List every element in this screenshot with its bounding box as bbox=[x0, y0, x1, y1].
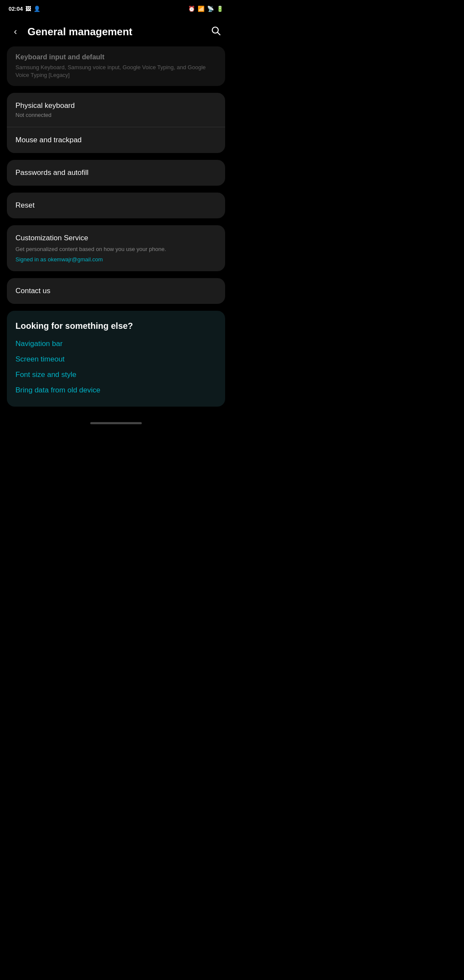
search-button[interactable] bbox=[208, 24, 223, 40]
back-icon: ‹ bbox=[14, 26, 17, 37]
signed-in-text: Signed in as okemwajr@gmail.com bbox=[15, 256, 217, 263]
passwords-autofill-title: Passwords and autofill bbox=[15, 168, 217, 177]
screen-timeout-link[interactable]: Screen timeout bbox=[15, 355, 217, 364]
contact-us-card[interactable]: Contact us bbox=[7, 278, 225, 304]
reset-title: Reset bbox=[15, 201, 217, 210]
physical-keyboard-item[interactable]: Physical keyboard Not connected bbox=[7, 93, 225, 127]
header: ‹ General management bbox=[0, 15, 232, 46]
home-indicator bbox=[0, 415, 232, 429]
physical-keyboard-subtitle: Not connected bbox=[15, 112, 217, 118]
passwords-autofill-card[interactable]: Passwords and autofill bbox=[7, 160, 225, 186]
status-right: ⏰ 📶 📡 🔋 bbox=[188, 6, 223, 12]
back-button[interactable]: ‹ bbox=[9, 25, 22, 39]
customization-service-card[interactable]: Customization Service Get personalized c… bbox=[7, 225, 225, 271]
page-title: General management bbox=[27, 26, 132, 38]
navigation-bar-link[interactable]: Navigation bar bbox=[15, 340, 217, 348]
status-bar: 02:04 🖼 👤 ⏰ 📶 📡 🔋 bbox=[0, 0, 232, 15]
signal-icon: 📡 bbox=[207, 6, 214, 12]
header-left: ‹ General management bbox=[9, 25, 132, 39]
person-icon: 👤 bbox=[34, 6, 40, 12]
customization-service-title: Customization Service bbox=[15, 234, 217, 242]
battery-icon: 🔋 bbox=[217, 6, 223, 12]
keyboard-default-card[interactable]: Keyboard input and default Samsung Keybo… bbox=[7, 46, 225, 86]
alarm-icon: ⏰ bbox=[188, 6, 195, 12]
home-bar bbox=[90, 422, 142, 424]
wifi-icon: 📶 bbox=[198, 6, 205, 12]
status-time: 02:04 bbox=[9, 6, 23, 12]
status-left: 02:04 🖼 👤 bbox=[9, 6, 40, 12]
content: Keyboard input and default Samsung Keybo… bbox=[0, 46, 232, 407]
keyboard-default-title: Keyboard input and default bbox=[15, 53, 217, 61]
keyboard-default-desc: Samsung Keyboard, Samsung voice input, G… bbox=[15, 64, 217, 79]
search-icon bbox=[211, 25, 221, 38]
contact-us-title: Contact us bbox=[15, 287, 217, 295]
reset-card[interactable]: Reset bbox=[7, 193, 225, 218]
bring-data-link[interactable]: Bring data from old device bbox=[15, 386, 217, 395]
mouse-trackpad-item[interactable]: Mouse and trackpad bbox=[7, 127, 225, 153]
photo-icon: 🖼 bbox=[25, 6, 31, 12]
physical-keyboard-mouse-card: Physical keyboard Not connected Mouse an… bbox=[7, 93, 225, 153]
font-size-style-link[interactable]: Font size and style bbox=[15, 371, 217, 379]
looking-for-section: Looking for something else? Navigation b… bbox=[7, 311, 225, 407]
customization-service-desc: Get personalized content based on how yo… bbox=[15, 245, 217, 254]
physical-keyboard-title: Physical keyboard bbox=[15, 101, 217, 110]
looking-for-title: Looking for something else? bbox=[15, 321, 217, 331]
svg-line-1 bbox=[218, 33, 220, 35]
mouse-trackpad-title: Mouse and trackpad bbox=[15, 136, 217, 144]
